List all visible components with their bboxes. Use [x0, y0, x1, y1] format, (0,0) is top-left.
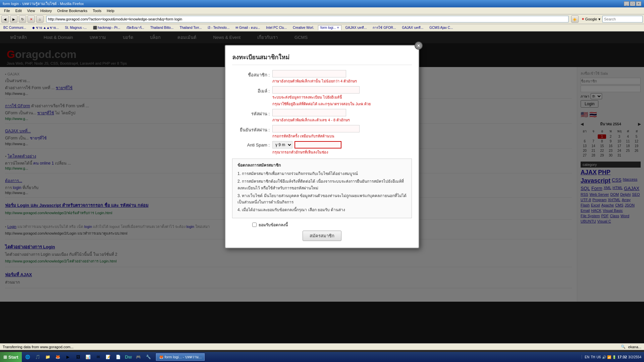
- confirm-hint: กรอกรหัสอีกครั้ง เหมือนกับรหัสด้านบน: [272, 133, 412, 139]
- nav-bar: ◀ ▶ ↻ ✕ ⌂ ◈ ✦ Google ▼: [0, 14, 644, 24]
- bookmark-intel[interactable]: Intel PC Clu...: [264, 25, 289, 30]
- bookmark-st-magnus[interactable]: St. Magnus -...: [63, 25, 89, 30]
- game-icon[interactable]: 🎮: [134, 353, 143, 361]
- address-bar[interactable]: [46, 16, 569, 22]
- username-row: ชื่อสมาชิก : ภาษาอังกฤษตัวพิมพ์เล็กเท่าน…: [232, 70, 412, 84]
- bookmark-chay[interactable]: ◆ ชาย ▲▲ชาย...: [30, 25, 61, 31]
- window-title: form login - บทความรู้ตามเว็บไซต์ - Mozi…: [3, 1, 84, 7]
- app8-icon[interactable]: 📝: [104, 353, 113, 361]
- bookmark-openfire[interactable]: เปิดยิงมาร์...: [124, 25, 146, 31]
- confirm-row: ยืนยันรหัสผ่าน : กรอกรหัสอีกครั้ง เหมือน…: [232, 125, 412, 139]
- title-bar: form login - บทความรู้ตามเว็บไซต์ - Mozi…: [0, 0, 644, 7]
- antispam-row: Anti Spam : γ 9 m a 3 b กรุณากรอกตัวอักษ…: [232, 141, 412, 155]
- email-row: อีเมล์ : ระบบจะส่งข้อมูลการลงทะเบียน ไปย…: [232, 86, 412, 107]
- bookmark-i3[interactable]: i3 - Technolo...: [206, 25, 231, 30]
- image-icon[interactable]: 🖼: [73, 353, 83, 361]
- start-button[interactable]: ⊞ Start: [0, 352, 22, 362]
- back-button[interactable]: ◀: [1, 15, 9, 23]
- taskbar-window-firefox[interactable]: 🦊 form logi... - บทความ...: [156, 353, 205, 361]
- accept-row: ยอมรับข้อตกลงนี้: [232, 222, 412, 228]
- terms-item-3: 3. ทางเว็บไซต์ มีนโยบายส่วนบุคคล ข้อมูลส…: [237, 193, 407, 205]
- close-button[interactable]: ×: [636, 1, 641, 6]
- password-input[interactable]: [272, 109, 346, 116]
- search-input[interactable]: [602, 16, 643, 22]
- bookmarks-bar: BC Communi... ◆ ชาย ▲▲ชาย... St. Magnus …: [0, 24, 644, 32]
- reload-button[interactable]: ↻: [19, 15, 26, 23]
- menu-tools[interactable]: Tools: [90, 8, 104, 13]
- winamp-icon[interactable]: 🎵: [33, 353, 43, 361]
- tray-icons: 🔊 📶 🔋: [602, 355, 616, 359]
- tray-th[interactable]: TH: [591, 355, 595, 359]
- menu-edit[interactable]: Edit: [13, 8, 24, 13]
- confirm-label: ยืนยันรหัสผ่าน :: [232, 125, 272, 133]
- status-message: Transferring data from www.goragod.com..…: [3, 345, 73, 349]
- status-bar: Transferring data from www.goragod.com..…: [0, 343, 644, 350]
- menu-bar: File Edit View History Online Bookmarks …: [0, 7, 644, 14]
- start-icon: ⊞: [3, 355, 7, 360]
- terms-box: ข้อตกลงการสมัครสมาชิก 1. การสมัครสมาชิกเ…: [232, 159, 412, 218]
- app6-icon[interactable]: 📊: [84, 353, 93, 361]
- email-input[interactable]: [272, 86, 360, 94]
- username-hint: ภาษาอังกฤษตัวพิมพ์เล็กเท่านั้น ไม่น้อยกว…: [272, 78, 412, 84]
- tray-lang[interactable]: EN: [585, 355, 589, 359]
- password-field-group: ภาษาอังกฤษตัวพิมพ์เล็กและตัวเลข 4 - 8 ตั…: [272, 109, 412, 123]
- tray-u6[interactable]: U6: [597, 355, 601, 359]
- bookmark-gcms-ajax[interactable]: GCMS Ajax C...: [427, 25, 455, 30]
- bookmark-thailand-torr[interactable]: Thailand Torr...: [177, 25, 204, 30]
- email-label: อีเมล์ :: [232, 86, 272, 95]
- taskbar: ⊞ Start 🌐 🎵 📁 🦊 ▶ 🖼 📊 ✉ 📝 📄 Dw 🎮 🔧 🦊 for…: [0, 352, 644, 362]
- antispam-select[interactable]: γ 9 m a 3 b: [272, 141, 292, 148]
- app9-icon[interactable]: 🔧: [144, 353, 153, 361]
- bookmark-creative[interactable]: Creative Worl.: [291, 25, 316, 30]
- email-field-group: ระบบจะส่งข้อมูลการลงทะเบียน ไปยังอีเมล์น…: [272, 86, 412, 107]
- app7-icon[interactable]: ✉: [94, 353, 103, 361]
- confirm-input[interactable]: [272, 125, 360, 132]
- bookmark-gmail[interactable]: ✉ Gmail - ตอบ...: [233, 25, 262, 31]
- bookmark-gajax1[interactable]: GAJAX บทที...: [343, 25, 369, 31]
- menu-help[interactable]: Help: [104, 8, 117, 13]
- antispam-field-group: γ 9 m a 3 b กรุณากรอกตัวอักษรที่เห็นลงใน…: [272, 141, 412, 155]
- home-button[interactable]: ⌂: [36, 15, 44, 23]
- taskbar-windows: 🦊 form logi... - บทความ...: [155, 353, 582, 361]
- status-right: 🔍 ekana...: [621, 345, 641, 349]
- tray-date: 3/2/2554: [628, 355, 641, 359]
- stop-button[interactable]: ✕: [28, 15, 35, 23]
- forward-button[interactable]: ▶: [10, 15, 17, 23]
- accept-checkbox[interactable]: [252, 223, 257, 227]
- menu-view[interactable]: View: [24, 8, 38, 13]
- bookmark-thailand-bitto[interactable]: Thailand Bitto...: [148, 25, 175, 30]
- minimize-button[interactable]: _: [624, 1, 629, 6]
- terms-item-4: 4. เมื่อได้อ่านและยอมรับข้อตกลงนี้กรุณา …: [237, 207, 407, 213]
- folder-icon[interactable]: 📁: [43, 353, 53, 361]
- dw-icon[interactable]: Dw: [124, 353, 133, 361]
- title-bar-buttons: _ □ ×: [624, 1, 641, 6]
- antispam-controls: γ 9 m a 3 b: [272, 141, 412, 148]
- menu-history[interactable]: History: [38, 8, 54, 13]
- bookmark-form-login[interactable]: form logi... ×: [318, 25, 341, 30]
- system-tray: EN TH U6 🔊 📶 🔋 17:32 3/2/2554: [582, 355, 644, 359]
- acrobat-icon[interactable]: 📄: [114, 353, 123, 361]
- submit-button[interactable]: สมัครสมาชิก: [303, 231, 341, 241]
- antispam-hint: กรุณากรอกตัวอักษรที่เห็นลงในช่อง: [272, 149, 412, 155]
- rss-icon[interactable]: ◈: [571, 15, 579, 23]
- menu-bookmarks[interactable]: Online Bookmarks: [55, 8, 90, 13]
- maximize-button[interactable]: □: [630, 1, 635, 6]
- terms-header: ข้อตกลงการสมัครสมาชิก: [237, 162, 407, 169]
- tray-time: 17:32: [618, 355, 627, 359]
- antispam-input[interactable]: [294, 141, 341, 148]
- username-label: ชื่อสมาชิก :: [232, 70, 272, 78]
- username-input[interactable]: [272, 70, 346, 77]
- bookmark-bc[interactable]: BC Communi...: [1, 25, 28, 30]
- bookmark-gfor[interactable]: การใช้ GFOR...: [371, 25, 398, 31]
- menu-file[interactable]: File: [1, 8, 13, 13]
- modal-close-button[interactable]: ×: [415, 42, 423, 50]
- ie-icon[interactable]: 🌐: [23, 353, 33, 361]
- antispam-label: Anti Spam :: [232, 141, 272, 147]
- bookmark-hackmap[interactable]: ⬛ hackmap - Pr...: [91, 25, 122, 30]
- search-engine-icon: ✦: [581, 17, 585, 21]
- start-label: Start: [8, 355, 18, 360]
- browser-icon[interactable]: 🦊: [53, 353, 63, 361]
- search-engine-label: Google: [585, 17, 597, 21]
- media-icon[interactable]: ▶: [63, 353, 73, 361]
- bookmark-gajax2[interactable]: GAJAX บทที...: [400, 25, 425, 31]
